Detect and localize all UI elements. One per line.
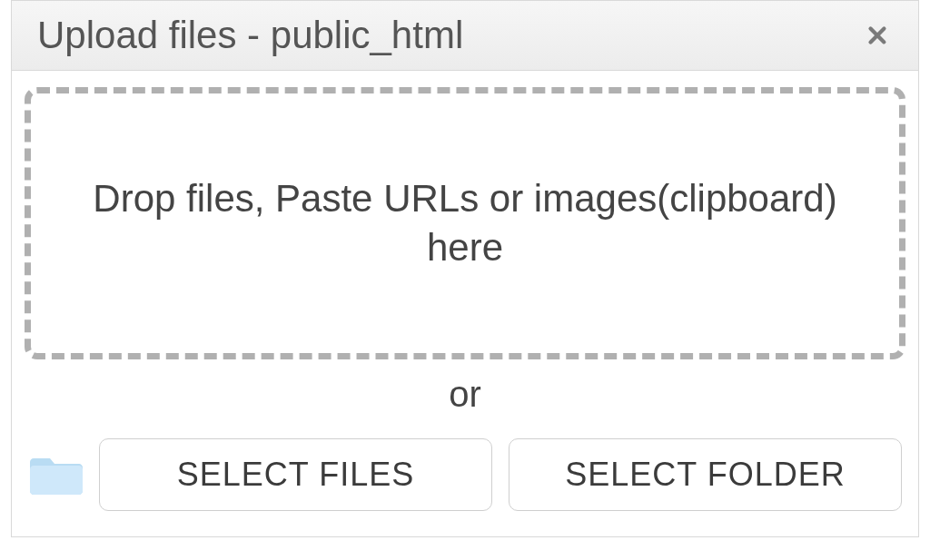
- select-folder-button[interactable]: SELECT FOLDER: [509, 438, 902, 511]
- dialog-header: Upload files - public_html: [12, 0, 918, 71]
- upload-dialog: Upload files - public_html Drop files, P…: [11, 0, 919, 537]
- dropzone-instructions: Drop files, Paste URLs or images(clipboa…: [31, 174, 899, 272]
- close-icon: [862, 20, 893, 51]
- dialog-body: Drop files, Paste URLs or images(clipboa…: [12, 71, 918, 536]
- close-button[interactable]: [858, 16, 896, 54]
- folder-icon: [30, 453, 83, 496]
- dialog-title: Upload files - public_html: [37, 14, 463, 57]
- file-dropzone[interactable]: Drop files, Paste URLs or images(clipboa…: [25, 87, 905, 359]
- separator-label: or: [25, 374, 905, 415]
- actions-row: SELECT FILES SELECT FOLDER: [25, 438, 905, 511]
- select-files-button[interactable]: SELECT FILES: [99, 438, 492, 511]
